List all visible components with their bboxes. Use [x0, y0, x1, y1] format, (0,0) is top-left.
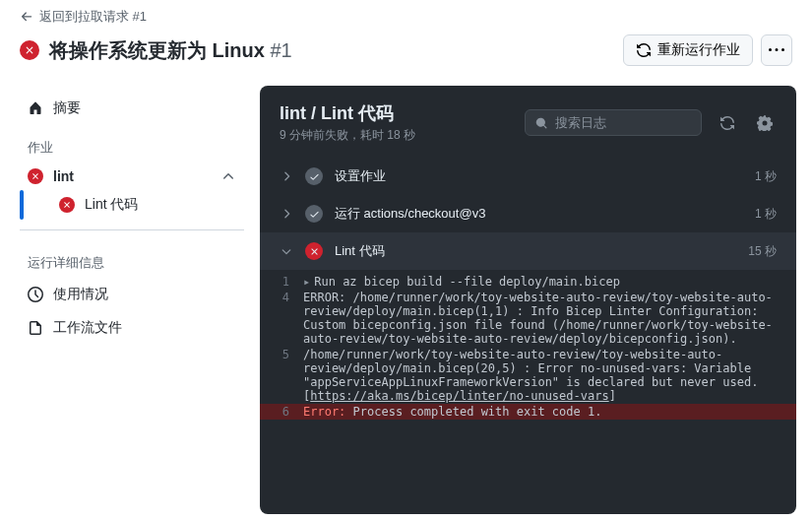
sync-icon [719, 115, 735, 131]
arrow-left-icon [20, 10, 33, 24]
line-text: /home/runner/work/toy-website-auto-revie… [303, 348, 777, 403]
step-time: 1 秒 [755, 206, 777, 223]
more-actions-button[interactable] [761, 34, 792, 66]
line-text: ERROR: /home/runner/work/toy-website-aut… [303, 291, 777, 346]
sidebar-workflow-file-label: 工作流文件 [53, 319, 122, 337]
sidebar-usage-label: 使用情况 [53, 286, 108, 303]
log-subtitle: 9 分钟前失败，耗时 18 秒 [280, 127, 511, 144]
search-input[interactable] [555, 115, 691, 130]
chevron-right-icon [280, 207, 293, 221]
file-icon [28, 320, 43, 336]
sidebar-jobs-header: 作业 [20, 125, 244, 163]
step-time: 1 秒 [755, 168, 777, 185]
page-title: 将操作系统更新为 Linux #1 [49, 37, 292, 64]
chevron-down-icon [280, 244, 293, 258]
sidebar-summary-label: 摘要 [53, 99, 81, 117]
back-link-text: 返回到拉取请求 #1 [39, 8, 147, 26]
kebab-icon [769, 42, 784, 58]
sidebar-usage[interactable]: 使用情况 [20, 278, 244, 311]
step-label: 运行 actions/checkout@v3 [335, 205, 743, 223]
sidebar-job-lint[interactable]: lint [20, 163, 244, 190]
divider [20, 229, 244, 230]
refresh-logs-button[interactable] [716, 111, 739, 135]
sidebar-details-header: 运行详细信息 [20, 240, 244, 278]
log-settings-button[interactable] [753, 111, 777, 135]
home-icon [28, 100, 43, 116]
run-number: #1 [270, 39, 291, 61]
step-time: 15 秒 [748, 243, 777, 260]
line-number: 5 [260, 348, 303, 403]
gear-icon [757, 115, 773, 131]
sidebar-summary[interactable]: 摘要 [20, 92, 244, 125]
step-row[interactable]: 设置作业1 秒 [260, 158, 796, 195]
log-line: 5/home/runner/work/toy-website-auto-revi… [260, 347, 796, 404]
sidebar: 摘要 作业 lint Lint 代码 运行详细信息 使用情况 工作流文件 [0, 82, 256, 514]
caret-right-icon: ▸ [303, 275, 310, 289]
sidebar-job-label: lint [53, 168, 74, 184]
step-status-fail-icon [59, 197, 75, 213]
step-status-fail-icon [305, 242, 323, 260]
log-line: 6Error: Process completed with exit code… [260, 404, 796, 420]
chevron-right-icon [280, 169, 293, 183]
log-panel: lint / Lint 代码 9 分钟前失败，耗时 18 秒 设置作业1 秒运行… [260, 86, 796, 514]
line-number: 4 [260, 291, 303, 346]
chevron-up-icon [220, 168, 236, 184]
rerun-button[interactable]: 重新运行作业 [623, 34, 753, 66]
step-label: Lint 代码 [335, 242, 736, 260]
line-text: ▸Run az bicep build --file deploy/main.b… [303, 275, 777, 289]
step-status-ok-icon [305, 167, 323, 185]
sync-icon [636, 42, 652, 58]
sidebar-step-lint-code[interactable]: Lint 代码 [20, 190, 244, 220]
job-status-fail-icon [28, 168, 43, 184]
step-row[interactable]: Lint 代码15 秒 [260, 232, 796, 270]
log-link[interactable]: https://aka.ms/bicep/linter/no-unused-va… [310, 389, 608, 403]
step-label: 设置作业 [335, 167, 743, 185]
run-status-fail-icon [20, 40, 39, 60]
log-line: 4ERROR: /home/runner/work/toy-website-au… [260, 290, 796, 347]
log-line: 1▸Run az bicep build --file deploy/main.… [260, 274, 796, 290]
line-number: 6 [260, 405, 303, 419]
search-box[interactable] [525, 109, 702, 136]
search-icon [535, 116, 547, 130]
log-lines: 1▸Run az bicep build --file deploy/main.… [260, 270, 796, 431]
line-number: 1 [260, 275, 303, 289]
log-title: lint / Lint 代码 [280, 101, 511, 125]
line-text: Error: Process completed with exit code … [303, 405, 777, 419]
step-row[interactable]: 运行 actions/checkout@v31 秒 [260, 195, 796, 232]
sidebar-workflow-file[interactable]: 工作流文件 [20, 311, 244, 345]
clock-icon [28, 287, 43, 302]
step-status-ok-icon [305, 205, 323, 223]
sidebar-step-label: Lint 代码 [85, 196, 138, 214]
back-link[interactable]: 返回到拉取请求 #1 [20, 8, 147, 26]
